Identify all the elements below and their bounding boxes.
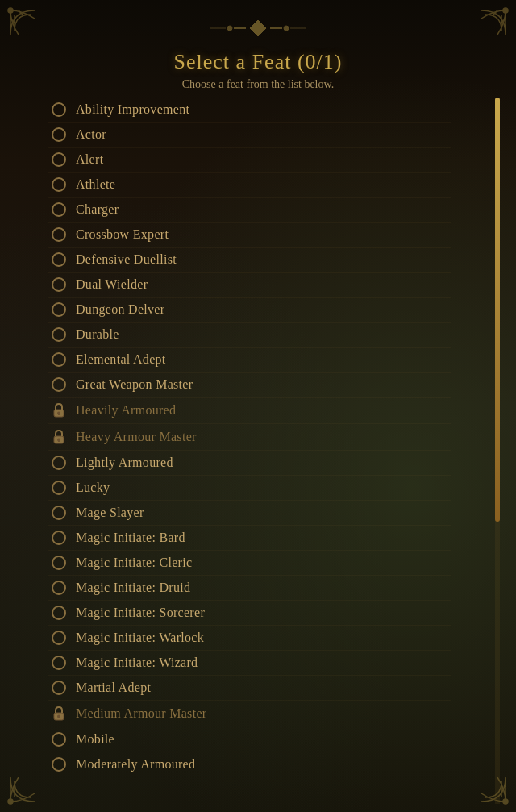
feat-label: Athlete — [76, 177, 115, 192]
radio-button[interactable] — [52, 302, 66, 317]
feat-label: Lucky — [76, 481, 110, 495]
feat-item-heavy-armour-master[interactable]: Heavy Armour Master — [48, 424, 452, 451]
feat-label: Charger — [76, 202, 119, 217]
feat-item-mobile[interactable]: Mobile — [48, 727, 452, 752]
feat-label: Heavily Armoured — [76, 403, 176, 418]
feat-label: Great Weapon Master — [76, 377, 193, 392]
radio-button[interactable] — [52, 681, 66, 695]
feat-label: Durable — [76, 327, 119, 342]
feat-label: Magic Initiate: Bard — [76, 531, 185, 545]
feat-item-athlete[interactable]: Athlete — [48, 173, 452, 198]
radio-button[interactable] — [52, 202, 66, 217]
svg-rect-11 — [58, 440, 60, 443]
feat-item-great-weapon-master[interactable]: Great Weapon Master — [48, 373, 452, 398]
feat-label: Heavy Armour Master — [76, 430, 197, 444]
feat-item-magic-initiate-bard[interactable]: Magic Initiate: Bard — [48, 526, 452, 551]
svg-rect-14 — [58, 717, 60, 719]
feat-label: Dungeon Delver — [76, 302, 164, 317]
feat-item-alert[interactable]: Alert — [48, 148, 452, 173]
radio-button[interactable] — [52, 177, 66, 192]
radio-button[interactable] — [52, 757, 66, 772]
radio-button[interactable] — [52, 377, 66, 392]
radio-button[interactable] — [52, 352, 66, 367]
radio-button[interactable] — [52, 481, 66, 495]
feat-item-magic-initiate-wizard[interactable]: Magic Initiate: Wizard — [48, 651, 452, 676]
feat-list: Ability ImprovementActorAlertAthleteChar… — [48, 98, 452, 777]
feat-label: Martial Adept — [76, 681, 151, 695]
svg-point-5 — [284, 26, 289, 31]
feat-item-lucky[interactable]: Lucky — [48, 476, 452, 501]
feat-label: Magic Initiate: Warlock — [76, 631, 204, 645]
feat-item-magic-initiate-warlock[interactable]: Magic Initiate: Warlock — [48, 626, 452, 651]
radio-button[interactable] — [52, 227, 66, 242]
feat-item-magic-initiate-sorcerer[interactable]: Magic Initiate: Sorcerer — [48, 601, 452, 626]
radio-button[interactable] — [52, 456, 66, 470]
feat-label: Medium Armour Master — [76, 706, 206, 721]
feat-label: Crossbow Expert — [76, 227, 169, 242]
feat-item-medium-armour-master[interactable]: Medium Armour Master — [48, 701, 452, 727]
feat-item-heavily-armoured[interactable]: Heavily Armoured — [48, 398, 452, 424]
svg-rect-8 — [58, 414, 60, 416]
feat-label: Magic Initiate: Cleric — [76, 556, 192, 570]
feat-label: Actor — [76, 127, 106, 142]
page-title: Select a Feat (0/1) — [48, 50, 468, 74]
feat-item-durable[interactable]: Durable — [48, 323, 452, 348]
feat-item-dual-wielder[interactable]: Dual Wielder — [48, 273, 452, 298]
feat-item-martial-adept[interactable]: Martial Adept — [48, 676, 452, 701]
feat-label: Moderately Armoured — [76, 757, 195, 772]
radio-button[interactable] — [52, 127, 66, 142]
feat-item-actor[interactable]: Actor — [48, 123, 452, 148]
radio-button[interactable] — [52, 152, 66, 167]
feat-label: Ability Improvement — [76, 102, 189, 117]
radio-button[interactable] — [52, 556, 66, 570]
feat-item-crossbow-expert[interactable]: Crossbow Expert — [48, 223, 452, 248]
title-ornament — [177, 16, 339, 48]
feat-item-elemental-adept[interactable]: Elemental Adept — [48, 348, 452, 373]
feat-label: Lightly Armoured — [76, 456, 173, 470]
feat-item-mage-slayer[interactable]: Mage Slayer — [48, 501, 452, 526]
radio-button[interactable] — [52, 581, 66, 595]
feat-item-dungeon-delver[interactable]: Dungeon Delver — [48, 298, 452, 323]
radio-button[interactable] — [52, 327, 66, 342]
feat-label: Magic Initiate: Sorcerer — [76, 606, 205, 620]
feat-item-ability-improvement[interactable]: Ability Improvement — [48, 98, 452, 123]
radio-button[interactable] — [52, 506, 66, 520]
feat-item-magic-initiate-druid[interactable]: Magic Initiate: Druid — [48, 576, 452, 601]
radio-button[interactable] — [52, 277, 66, 292]
feat-label: Magic Initiate: Wizard — [76, 656, 198, 670]
feat-item-moderately-armoured[interactable]: Moderately Armoured — [48, 752, 452, 777]
lock-icon — [52, 429, 66, 445]
radio-button[interactable] — [52, 252, 66, 267]
radio-button[interactable] — [52, 631, 66, 645]
feat-label: Dual Wielder — [76, 277, 148, 292]
radio-button[interactable] — [52, 531, 66, 545]
lock-icon — [52, 402, 66, 418]
radio-button[interactable] — [52, 102, 66, 117]
feat-label: Alert — [76, 152, 103, 167]
feat-item-magic-initiate-cleric[interactable]: Magic Initiate: Cleric — [48, 551, 452, 576]
scrollbar-thumb[interactable] — [495, 98, 500, 522]
svg-point-4 — [227, 26, 232, 31]
feat-label: Mobile — [76, 732, 114, 747]
feat-item-lightly-armoured[interactable]: Lightly Armoured — [48, 451, 452, 476]
feat-item-charger[interactable]: Charger — [48, 198, 452, 223]
scrollbar-track: ◆ ◆ — [495, 98, 500, 804]
radio-button[interactable] — [52, 606, 66, 620]
feat-label: Elemental Adept — [76, 352, 166, 367]
feat-label: Mage Slayer — [76, 506, 144, 520]
page-subtitle: Choose a feat from the list below. — [48, 78, 468, 91]
lock-icon — [52, 706, 66, 722]
radio-button[interactable] — [52, 656, 66, 670]
feat-label: Defensive Duellist — [76, 252, 177, 267]
radio-button[interactable] — [52, 732, 66, 747]
feat-label: Magic Initiate: Druid — [76, 581, 190, 595]
feat-item-defensive-duellist[interactable]: Defensive Duellist — [48, 248, 452, 273]
